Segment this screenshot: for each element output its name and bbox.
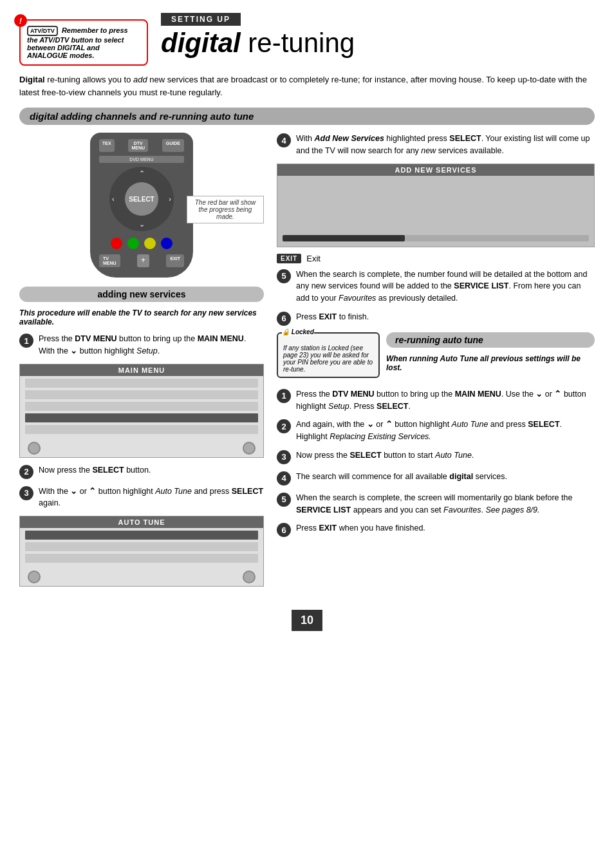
rerun-step-2-number: 2: [277, 419, 291, 433]
rerun-step-4: 4 The search will commence for all avail…: [277, 471, 595, 486]
rerun-step-2-text: And again, with the ⌄ or ⌃ button highli…: [296, 419, 595, 443]
progress-bar-fill: [283, 235, 405, 241]
rerun-step-2: 2 And again, with the ⌄ or ⌃ button high…: [277, 419, 595, 443]
dvd-menu-button: DVD MENU: [99, 156, 184, 163]
step-3-text: With the ⌄ or ⌃ button highlight Auto Tu…: [39, 486, 264, 510]
step-1-number: 1: [19, 334, 33, 348]
lock-note: 🔒 Locked If any station is Locked (see p…: [277, 332, 380, 378]
auto-tune-rows: [20, 528, 263, 568]
menu-footer-icon-right: [243, 442, 256, 455]
rerun-step-3-text: Now press the SELECT button to start Aut…: [296, 449, 474, 462]
tex-button: TEX: [99, 139, 115, 152]
left-arrow: ‹: [112, 195, 115, 203]
exit-button-label: EXIT: [277, 254, 301, 263]
exclamation-icon: !: [14, 14, 27, 27]
rerun-note: When running Auto Tune all previous sett…: [386, 354, 595, 372]
rerun-step-4-number: 4: [277, 471, 291, 486]
step-4-text: With Add New Services highlighted press …: [296, 133, 595, 157]
main-menu-rows: [20, 376, 263, 439]
step-2-text: Now press the SELECT button.: [39, 464, 151, 476]
step-6: 6 Press EXIT to finish.: [277, 311, 595, 326]
auto-tune-row-1-active: [25, 531, 258, 540]
rerun-step-4-text: The search will commence for all availab…: [296, 471, 507, 483]
section-banner-bold: digital: [30, 111, 58, 122]
rerun-step-1: 1 Press the DTV MENU button to bring up …: [277, 388, 595, 413]
rerun-step-5-number: 5: [277, 493, 291, 507]
step-5: 5 When the search is complete, the numbe…: [277, 269, 595, 305]
plus-button: +: [137, 254, 149, 267]
auto-tune-title: AUTO TUNE: [20, 516, 263, 528]
main-menu-title: MAIN MENU: [20, 364, 263, 376]
remote-bottom-buttons: TVMENU + EXIT: [99, 254, 184, 267]
rerun-step-5-text: When the search is complete, the screen …: [296, 492, 595, 516]
main-content: TEX DTVMENU GUIDE DVD MENU ⌃ ⌄ ‹ › SELEC…: [19, 133, 595, 593]
menu-row-2: [25, 390, 258, 399]
remote-color-buttons: [99, 238, 184, 249]
auto-tune-icon-right: [243, 571, 256, 583]
auto-tune-icon-left: [28, 571, 41, 583]
progress-area: [277, 230, 594, 247]
rerun-step-1-text: Press the DTV MENU button to bring up th…: [296, 388, 595, 413]
main-menu-box: MAIN MENU: [19, 364, 264, 458]
lock-icon: 🔒 Locked: [282, 328, 314, 335]
lock-note-text: If any station is Locked (see page 23) y…: [283, 344, 373, 373]
remote-top-buttons: TEX DTVMENU GUIDE: [99, 139, 184, 152]
header: ! ATV/DTV Remember to press the ATV/DTV …: [19, 13, 595, 66]
progress-bar: [283, 235, 589, 241]
step-6-number: 6: [277, 312, 291, 326]
up-arrow: ⌃: [139, 169, 145, 178]
exit-button-remote: EXIT: [166, 254, 184, 267]
yellow-button: [144, 238, 156, 249]
select-button: SELECT: [125, 182, 158, 216]
auto-tune-row-2: [25, 542, 258, 551]
auto-tune-footer: [20, 568, 263, 586]
step-3-number: 3: [19, 486, 33, 500]
page-title: digital re-tuning: [161, 30, 595, 57]
rerun-banner: re-running auto tune: [386, 332, 595, 348]
blue-button: [161, 238, 172, 249]
menu-footer-icon-left: [28, 442, 41, 455]
section-banner-text: adding channels and re-running auto tune: [60, 111, 254, 122]
step-4-number: 4: [277, 133, 291, 147]
step-4: 4 With Add New Services highlighted pres…: [277, 133, 595, 157]
tv-menu-button: TVMENU: [99, 254, 120, 267]
rerun-step-1-number: 1: [277, 389, 291, 403]
step-5-number: 5: [277, 269, 291, 283]
step-2: 2 Now press the SELECT button.: [19, 464, 264, 479]
add-new-services-title: ADD NEW SERVICES: [277, 164, 594, 176]
step-3: 3 With the ⌄ or ⌃ button highlight Auto …: [19, 486, 264, 510]
exit-row: EXIT Exit: [277, 254, 595, 263]
rerun-step-3: 3 Now press the SELECT button to start A…: [277, 449, 595, 464]
right-arrow: ›: [169, 195, 171, 203]
page-number: 10: [292, 610, 322, 631]
auto-tune-row-3: [25, 554, 258, 563]
menu-row-1: [25, 379, 258, 388]
menu-row-3: [25, 402, 258, 411]
step-2-number: 2: [19, 465, 33, 479]
step-6-text: Press EXIT to finish.: [296, 311, 369, 323]
green-button: [127, 238, 139, 249]
add-new-services-box: ADD NEW SERVICES: [277, 164, 595, 247]
red-bar-note: The red bar will show the progress being…: [187, 196, 264, 223]
red-button: [111, 238, 122, 249]
remote-nav-ring: ⌃ ⌄ ‹ › SELECT: [109, 167, 174, 231]
auto-tune-box: AUTO TUNE: [19, 516, 264, 587]
rerun-step-5: 5 When the search is complete, the scree…: [277, 492, 595, 516]
down-arrow: ⌄: [139, 220, 145, 229]
guide-button: GUIDE: [162, 139, 184, 152]
title-area: SETTING UP digital re-tuning: [161, 13, 595, 57]
rerun-step-6-number: 6: [277, 523, 291, 537]
procedure-note: This procedure will enable the TV to sea…: [19, 308, 264, 326]
exit-text: Exit: [306, 254, 321, 263]
adding-new-services-banner: adding new services: [19, 287, 264, 302]
right-column: 4 With Add New Services highlighted pres…: [277, 133, 595, 593]
intro-text: Digital re-tuning allows you to add new …: [19, 73, 595, 99]
menu-row-5: [25, 425, 258, 434]
section-banner: digital adding channels and re-running a…: [19, 108, 595, 125]
step-5-text: When the search is complete, the number …: [296, 269, 595, 305]
menu-row-4-active: [25, 413, 258, 422]
rerun-step-6-text: Press EXIT when you have finished.: [296, 522, 425, 534]
atv-dtv-icon: ATV/DTV: [27, 26, 58, 36]
tip-box: ! ATV/DTV Remember to press the ATV/DTV …: [19, 19, 148, 66]
main-menu-footer: [20, 439, 263, 457]
